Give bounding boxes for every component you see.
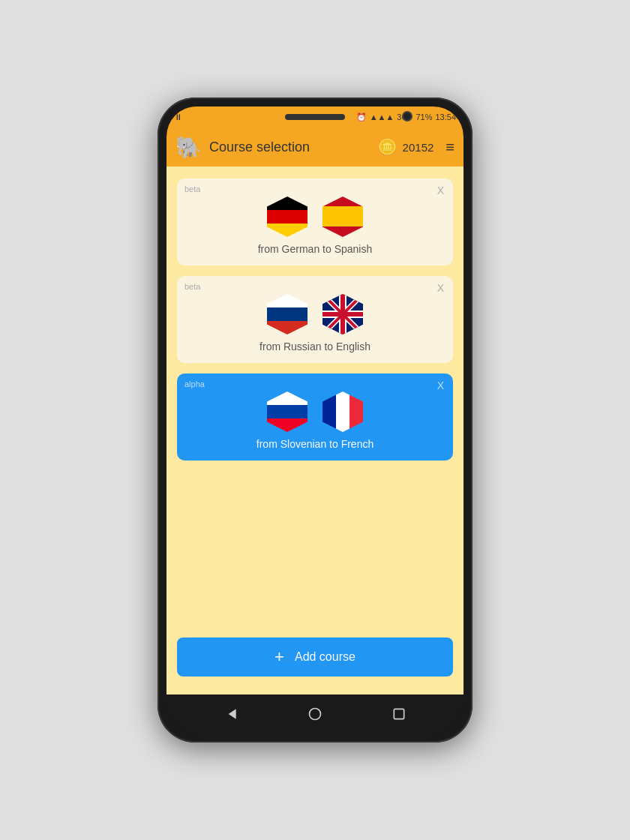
menu-icon[interactable]: ≡ bbox=[446, 139, 454, 156]
course-label-1: from German to Spanish bbox=[258, 243, 373, 255]
add-course-plus-icon: + bbox=[274, 647, 284, 667]
home-button[interactable] bbox=[303, 702, 327, 726]
phone-screen: ⏸ ⏰ ▲▲▲ 3G+ 71% 13:54 🐘 Course selection… bbox=[166, 106, 464, 734]
app-bar-right: 🪙 20152 ≡ bbox=[378, 138, 454, 156]
spacer bbox=[177, 471, 453, 627]
pause-icon: ⏸ bbox=[174, 112, 182, 122]
svg-point-10 bbox=[310, 709, 321, 720]
main-content: beta X from German to Spanish beta X bbox=[166, 166, 464, 694]
flags-row-2 bbox=[267, 294, 363, 334]
phone-device: ⏸ ⏰ ▲▲▲ 3G+ 71% 13:54 🐘 Course selection… bbox=[158, 98, 472, 742]
add-course-button[interactable]: + Add course bbox=[177, 638, 453, 676]
course-label-3: from Slovenian to French bbox=[256, 438, 374, 450]
signal-icon: ▲▲▲ bbox=[370, 112, 394, 122]
course-card-slovenian-french[interactable]: alpha X from Slovenian to French bbox=[177, 374, 453, 460]
card-badge-1: beta bbox=[184, 184, 200, 194]
app-logo: 🐘 bbox=[176, 135, 202, 160]
flag-french bbox=[322, 392, 363, 432]
status-bar-right: ⏰ ▲▲▲ 3G+ 71% 13:54 bbox=[356, 112, 456, 122]
recent-button[interactable] bbox=[387, 702, 411, 726]
status-bar: ⏸ ⏰ ▲▲▲ 3G+ 71% 13:54 bbox=[166, 106, 464, 128]
flags-row-1 bbox=[267, 196, 363, 237]
coin-icon: 🪙 bbox=[378, 138, 397, 156]
bottom-nav bbox=[166, 694, 464, 734]
flag-spanish bbox=[322, 196, 363, 237]
flag-uk bbox=[322, 294, 363, 334]
flags-row-3 bbox=[267, 392, 363, 432]
course-card-german-spanish[interactable]: beta X from German to Spanish bbox=[177, 178, 453, 266]
close-button-2[interactable]: X bbox=[437, 282, 444, 294]
app-bar: 🐘 Course selection 🪙 20152 ≡ bbox=[166, 128, 464, 166]
course-label-2: from Russian to English bbox=[260, 340, 370, 352]
alarm-icon: ⏰ bbox=[356, 112, 367, 122]
app-bar-title: Course selection bbox=[209, 140, 370, 155]
battery-label: 71% bbox=[416, 112, 432, 122]
flag-german bbox=[267, 196, 308, 237]
add-course-label: Add course bbox=[295, 650, 356, 664]
coin-count: 20152 bbox=[403, 141, 434, 154]
card-badge-3: alpha bbox=[184, 380, 205, 388]
network-label: 3G+ bbox=[397, 112, 412, 122]
card-badge-2: beta bbox=[184, 282, 200, 291]
close-button-3[interactable]: X bbox=[437, 380, 444, 392]
back-button[interactable] bbox=[219, 702, 243, 726]
flag-russian bbox=[267, 294, 308, 334]
status-bar-left: ⏸ bbox=[174, 112, 182, 122]
course-card-russian-english[interactable]: beta X bbox=[177, 276, 453, 363]
svg-rect-11 bbox=[394, 709, 404, 718]
svg-marker-9 bbox=[229, 709, 236, 718]
close-button-1[interactable]: X bbox=[437, 184, 444, 196]
flag-slovenian bbox=[267, 392, 308, 432]
time-label: 13:54 bbox=[435, 112, 456, 122]
